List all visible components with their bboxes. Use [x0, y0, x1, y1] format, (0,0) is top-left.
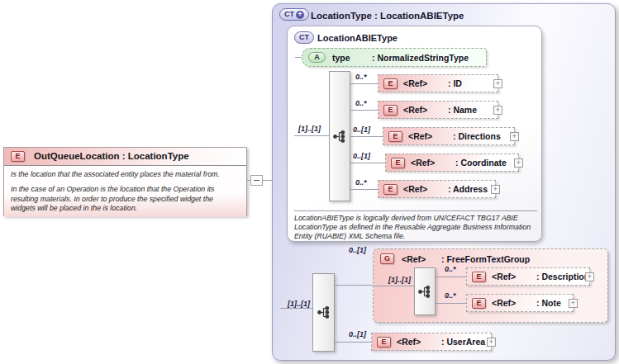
cardinality-label: 0..* — [445, 265, 456, 273]
connector-line — [280, 308, 312, 309]
dash-glyph — [254, 180, 260, 181]
cardinality-label: 0..[1] — [349, 330, 366, 338]
element-ref-label: <Ref> — [403, 184, 427, 194]
element-ref-label: <Ref> — [492, 298, 516, 308]
cardinality-label: 0..[1] — [353, 125, 370, 134]
element-title: OutQueueLocation : LocationType — [34, 151, 189, 161]
element-icon: E — [472, 272, 486, 282]
element-ref-userarea[interactable]: E <Ref> : UserArea + — [371, 333, 492, 351]
element-ref-description[interactable]: E <Ref> : Description + — [466, 267, 590, 286]
cardinality-label: [1]..[1] — [388, 276, 411, 284]
element-ref-coordinate[interactable]: E <Ref> : Coordinate + — [385, 154, 519, 172]
element-ref-label: <Ref> — [397, 337, 421, 347]
connector-line — [295, 57, 302, 58]
element-icon: E — [383, 105, 398, 116]
element-icon: E — [391, 158, 405, 168]
element-documentation: Is the location that the associated enti… — [4, 166, 246, 217]
sequence-compositor[interactable] — [414, 267, 436, 315]
element-ref-label: <Ref> — [408, 131, 432, 141]
element-icon: E — [383, 184, 398, 195]
complextype-title: LocationType : LocationABIEType — [311, 11, 464, 21]
cardinality-label: 0..* — [445, 291, 456, 300]
expand-icon[interactable]: + — [493, 106, 502, 115]
connector-line — [335, 342, 371, 343]
element-name: : Note — [536, 298, 561, 308]
expand-icon[interactable]: + — [510, 132, 519, 141]
derived-plus-icon: + — [296, 11, 304, 19]
element-icon: E — [383, 78, 398, 89]
expand-icon[interactable]: + — [487, 338, 496, 347]
attribute-type[interactable]: A type : NormalizedStringType — [302, 48, 487, 67]
connector-line — [350, 83, 378, 84]
attribute-icon: A — [308, 52, 326, 63]
ct-badge-label: CT — [284, 11, 294, 18]
element-name: : Description — [536, 272, 589, 281]
element-name: : Address — [448, 184, 488, 194]
element-icon: E — [377, 337, 391, 347]
element-ref-directions[interactable]: E <Ref> : Directions + — [383, 127, 515, 145]
element-ref-name[interactable]: E <Ref> : Name + — [378, 101, 498, 119]
sequence-icon — [417, 285, 432, 299]
cardinality-label: 0..[1] — [349, 246, 366, 254]
complextype-global-icon: CT + — [279, 8, 309, 21]
complextype-icon: CT — [294, 31, 314, 44]
cardinality-label: 0..* — [355, 99, 367, 107]
element-name: : UserArea — [441, 337, 485, 347]
element-name: : ID — [448, 78, 462, 88]
cardinality-label: 0..* — [355, 178, 367, 187]
ct-badge-label: CT — [299, 34, 309, 41]
expand-icon[interactable]: + — [514, 158, 523, 168]
group-icon: G — [380, 253, 394, 264]
group-freeformtextgroup[interactable]: G <Ref> : FreeFormTextGroup [1]..[1] 0..… — [373, 248, 608, 323]
complextype-locationtype[interactable]: CT + LocationType : LocationABIEType CT … — [272, 3, 616, 361]
connector-line — [436, 303, 466, 304]
connector-line — [350, 110, 378, 111]
element-ref-label: <Ref> — [492, 272, 516, 281]
cardinality-label: [1]..[1] — [298, 125, 321, 133]
xsd-diagram-canvas: E OutQueueLocation : LocationType Is the… — [0, 0, 619, 364]
attribute-name: type — [332, 53, 350, 63]
cardinality-label: 0..[1] — [353, 152, 370, 160]
connector-line — [335, 285, 373, 286]
doc-paragraph: Is the location that the associated enti… — [11, 170, 240, 179]
connector-line — [374, 286, 414, 286]
connector-line — [350, 163, 385, 163]
element-icon: E — [11, 151, 25, 162]
expand-icon[interactable]: + — [585, 272, 594, 281]
sequence-icon — [317, 305, 331, 319]
annotation-separator — [294, 210, 537, 211]
connector-line — [294, 135, 329, 136]
element-ref-id[interactable]: E <Ref> : ID + — [378, 74, 498, 92]
element-name: : Directions — [453, 131, 501, 141]
doc-paragraph: In the case of an Operation is the locat… — [11, 185, 240, 213]
connector-line — [350, 189, 378, 190]
sequence-compositor[interactable] — [312, 273, 335, 352]
sequence-compositor[interactable] — [329, 71, 350, 201]
attribute-datatype: : NormalizedStringType — [372, 53, 469, 63]
connector-line — [350, 136, 383, 137]
element-icon: E — [472, 298, 486, 309]
cardinality-label: [1]..[1] — [288, 300, 310, 308]
element-name: : Coordinate — [455, 158, 507, 168]
element-ref-label: <Ref> — [411, 158, 435, 168]
complextype-locationabietype[interactable]: CT LocationABIEType A type : NormalizedS… — [287, 26, 542, 242]
connector-line — [436, 277, 466, 277]
element-name: : Name — [448, 105, 477, 115]
element-header: E OutQueueLocation : LocationType — [4, 148, 246, 166]
element-ref-note[interactable]: E <Ref> : Note + — [466, 294, 574, 312]
expand-icon[interactable]: + — [493, 79, 502, 88]
element-ref-label: <Ref> — [403, 105, 427, 115]
element-icon: E — [388, 131, 402, 142]
element-ref-address[interactable]: E <Ref> : Address + — [378, 180, 496, 198]
sequence-icon — [332, 130, 347, 144]
element-ref-label: <Ref> — [403, 78, 427, 88]
basetype-title: LocationABIEType — [317, 33, 398, 43]
basetype-annotation: LocationABIEType is logically derived fr… — [294, 214, 537, 241]
expand-icon[interactable]: + — [491, 185, 500, 194]
group-ref-label: <Ref> — [402, 254, 426, 264]
cardinality-label: 0..* — [355, 73, 367, 81]
collapse-connector-icon[interactable] — [250, 175, 263, 186]
expand-icon[interactable]: + — [569, 299, 578, 308]
element-outqueuelocation[interactable]: E OutQueueLocation : LocationType Is the… — [3, 147, 247, 216]
group-name: : FreeFormTextGroup — [441, 254, 530, 264]
